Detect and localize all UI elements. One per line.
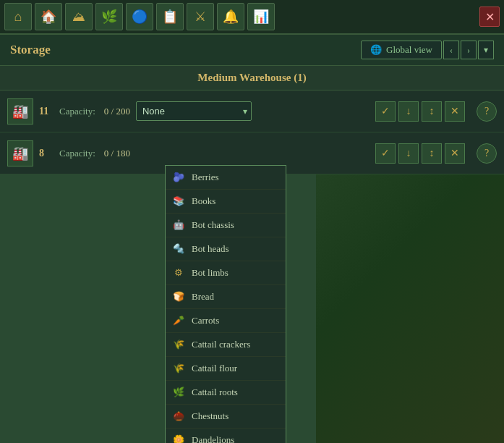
item-icon: 🌼	[171, 433, 186, 443]
toolbar-icon-6[interactable]: ⚔	[187, 3, 214, 30]
toolbar-icon-4[interactable]: 🔵	[126, 3, 153, 30]
toolbar-icon-8[interactable]: 📊	[247, 3, 275, 30]
toolbar-icon-0[interactable]: ⌂	[4, 3, 32, 30]
item-label: Bot limbs	[192, 267, 228, 279]
main-panel: Storage 🌐 Global view ‹ › ▾ Medium Wareh…	[0, 35, 504, 443]
dropdown-item[interactable]: 🔩Bot heads	[166, 237, 286, 261]
nav-down-button[interactable]: ▾	[478, 41, 494, 59]
toolbar-icon-5[interactable]: 📋	[156, 3, 184, 30]
item-icon: 🌰	[171, 409, 186, 423]
action-accept-2[interactable]: ✓	[375, 143, 396, 164]
item-label: Chestnuts	[192, 410, 228, 422]
nav-next-button[interactable]: ›	[461, 41, 477, 59]
item-label: Berries	[192, 172, 219, 183]
dropdown-item[interactable]: 🌾Cattail flour	[166, 357, 286, 381]
globe-icon: 🌐	[370, 44, 382, 56]
storage-header: Storage 🌐 Global view ‹ › ▾	[0, 35, 504, 66]
filter-dropdown-menu: 🫐Berries📚Books🤖Bot chassis🔩Bot heads⚙Bot…	[165, 165, 286, 443]
dropdown-item[interactable]: 🌰Chestnuts	[166, 405, 286, 429]
filter-dropdown-1[interactable]: None ▾	[136, 101, 252, 121]
item-icon: 🫐	[171, 170, 186, 185]
item-icon: 🌿	[171, 385, 186, 400]
warehouse-icon-2: 🏭	[7, 140, 33, 166]
dropdown-item[interactable]: 🫐Berries	[166, 166, 286, 190]
item-label: Cattail flour	[192, 363, 237, 374]
nav-prev-button[interactable]: ‹	[443, 41, 459, 59]
dropdown-item[interactable]: 🌿Cattail roots	[166, 381, 286, 405]
filter-select-1[interactable]: None	[136, 101, 252, 121]
item-label: Bot heads	[192, 243, 229, 255]
dropdown-item[interactable]: ⚙Bot limbs	[166, 261, 286, 285]
action-clear-1[interactable]: ✕	[445, 101, 465, 122]
capacity-label-2: Capacity:	[59, 148, 95, 159]
item-icon: 🥕	[171, 313, 186, 328]
dropdown-item[interactable]: 🍞Bread	[166, 285, 286, 309]
item-icon: 📚	[171, 194, 186, 208]
warehouse-count-1: 11	[39, 106, 54, 117]
action-down-2[interactable]: ↓	[398, 143, 419, 164]
dropdown-item[interactable]: 🌾Cattail crackers	[166, 333, 286, 357]
capacity-value-2: 0 / 180	[104, 148, 130, 159]
toolbar: ⌂ 🏠 ⛰ 🌿 🔵 📋 ⚔ 🔔 📊 ✕	[0, 0, 504, 35]
warehouse-icon-1: 🏭	[7, 98, 33, 125]
item-icon: 🍞	[171, 290, 186, 304]
dropdown-item[interactable]: 🤖Bot chassis	[166, 214, 286, 237]
toolbar-icon-2[interactable]: ⛰	[65, 3, 93, 30]
toolbar-icon-1[interactable]: 🏠	[35, 3, 62, 30]
dropdown-item[interactable]: 📚Books	[166, 190, 286, 214]
action-swap-1[interactable]: ↕	[422, 101, 442, 122]
toolbar-icon-7[interactable]: 🔔	[217, 3, 244, 30]
capacity-label-1: Capacity:	[59, 106, 95, 117]
capacity-value-1: 0 / 200	[104, 106, 130, 117]
item-icon: 🔩	[171, 242, 186, 256]
dropdown-item[interactable]: 🌼Dandelions	[166, 429, 286, 443]
item-label: Dandelions	[192, 434, 234, 443]
item-icon: 🌾	[171, 337, 186, 352]
item-label: Books	[192, 195, 215, 207]
storage-title: Storage	[10, 43, 51, 57]
action-swap-2[interactable]: ↕	[422, 143, 442, 164]
item-label: Bot chassis	[192, 219, 234, 231]
item-label: Carrots	[192, 315, 219, 326]
item-icon: 🌾	[171, 361, 186, 376]
action-clear-2[interactable]: ✕	[445, 143, 465, 164]
item-icon: ⚙	[171, 266, 186, 280]
global-view-button[interactable]: 🌐 Global view	[361, 41, 442, 59]
warehouse-row-1: 🏭 11 Capacity: 0 / 200 None ▾ ✓ ↓ ↕ ✕ ?	[0, 90, 504, 132]
item-label: Cattail crackers	[192, 339, 250, 350]
action-accept-1[interactable]: ✓	[375, 101, 396, 122]
warehouse-count-2: 8	[39, 148, 54, 159]
close-button[interactable]: ✕	[479, 7, 500, 27]
action-icons-1: ✓ ↓ ↕ ✕	[375, 101, 465, 122]
action-icons-2: ✓ ↓ ↕ ✕	[375, 143, 465, 164]
toolbar-icon-3[interactable]: 🌿	[95, 3, 123, 30]
item-label: Cattail roots	[192, 387, 238, 398]
global-view-label: Global view	[386, 44, 432, 56]
dropdown-item[interactable]: 🥕Carrots	[166, 309, 286, 333]
help-button-1[interactable]: ?	[477, 101, 497, 122]
item-label: Bread	[192, 291, 214, 303]
warehouse-title: Medium Warehouse (1)	[0, 66, 504, 90]
help-button-2[interactable]: ?	[477, 143, 497, 164]
action-down-1[interactable]: ↓	[398, 101, 419, 122]
item-icon: 🤖	[171, 218, 186, 232]
